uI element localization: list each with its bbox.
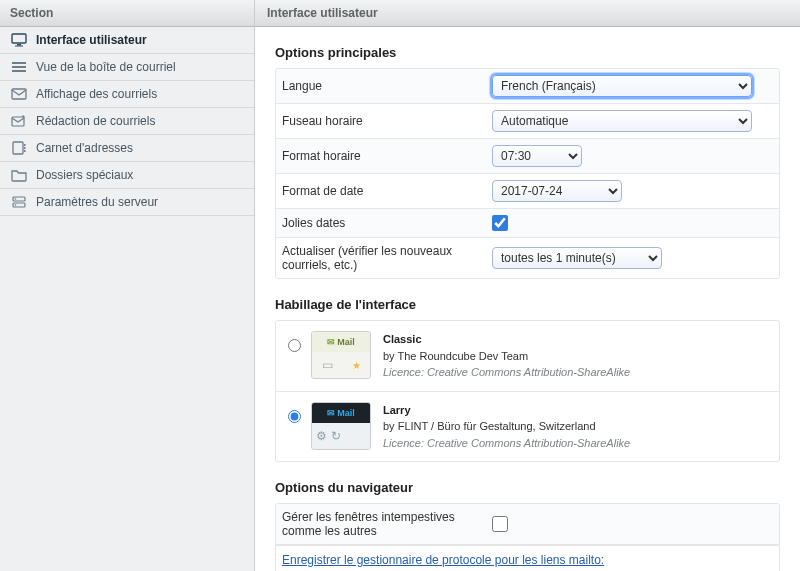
- link-register-mailto[interactable]: Enregistrer le gestionnaire de protocole…: [282, 553, 604, 567]
- app-root: Section Interface utilisateur Vue de la …: [0, 0, 800, 571]
- sidebar-item-folders[interactable]: Dossiers spéciaux: [0, 162, 254, 189]
- group-principal: Langue French (Français) Fuseau horaire …: [275, 68, 780, 279]
- field-popup: Gérer les fenêtres intempestives comme l…: [276, 504, 779, 545]
- sidebar-item-compose[interactable]: Rédaction de courriels: [0, 108, 254, 135]
- svg-rect-6: [12, 89, 26, 99]
- sidebar: Section Interface utilisateur Vue de la …: [0, 0, 255, 571]
- skin-thumb-classic: ✉Mail ▭★: [311, 331, 371, 379]
- sidebar-title: Section: [0, 0, 254, 27]
- svg-rect-1: [17, 44, 21, 46]
- sidebar-item-addressbook[interactable]: Carnet d'adresses: [0, 135, 254, 162]
- label-dateformat: Format de date: [282, 184, 492, 198]
- svg-rect-11: [24, 150, 26, 152]
- select-language[interactable]: French (Français): [492, 75, 752, 97]
- group-browser: Gérer les fenêtres intempestives comme l…: [275, 503, 780, 571]
- skin-author: by The Roundcube Dev Team: [383, 348, 630, 365]
- svg-rect-8: [13, 142, 23, 154]
- svg-rect-2: [15, 46, 23, 47]
- svg-rect-0: [12, 34, 26, 43]
- sidebar-item-label: Vue de la boîte de courriel: [36, 60, 176, 74]
- sidebar-list: Interface utilisateur Vue de la boîte de…: [0, 27, 254, 216]
- select-dateformat[interactable]: 2017-07-24: [492, 180, 622, 202]
- svg-rect-4: [12, 66, 26, 68]
- skin-meta: Larry by FLINT / Büro für Gestaltung, Sw…: [383, 402, 630, 452]
- sidebar-item-label: Dossiers spéciaux: [36, 168, 133, 182]
- label-refresh: Actualiser (vérifier les nouveaux courri…: [282, 244, 492, 272]
- radio-skin-classic[interactable]: [288, 339, 301, 352]
- envelope-icon: ✉: [327, 408, 335, 418]
- main-title: Interface utilisateur: [255, 0, 800, 27]
- server-icon: [10, 195, 28, 209]
- skin-name: Classic: [383, 331, 630, 348]
- envelope-icon: ✉: [327, 337, 335, 347]
- field-language: Langue French (Français): [276, 69, 779, 104]
- field-dateformat: Format de date 2017-07-24: [276, 174, 779, 209]
- svg-point-15: [15, 204, 17, 206]
- select-timeformat[interactable]: 07:30: [492, 145, 582, 167]
- refresh-icon: ↻: [331, 429, 341, 443]
- star-icon: ★: [352, 360, 361, 371]
- sidebar-item-label: Paramètres du serveur: [36, 195, 158, 209]
- list-icon: [10, 60, 28, 74]
- sidebar-item-mail-display[interactable]: Affichage des courriels: [0, 81, 254, 108]
- label-timezone: Fuseau horaire: [282, 114, 492, 128]
- folder-icon: [10, 168, 28, 182]
- svg-rect-10: [24, 147, 26, 149]
- svg-point-14: [15, 198, 17, 200]
- sidebar-item-interface[interactable]: Interface utilisateur: [0, 27, 254, 54]
- checkbox-prettydates[interactable]: [492, 215, 508, 231]
- sidebar-item-mailbox-view[interactable]: Vue de la boîte de courriel: [0, 54, 254, 81]
- skin-meta: Classic by The Roundcube Dev Team Licenc…: [383, 331, 630, 381]
- mail-compose-icon: [10, 114, 28, 128]
- skin-license: Licence: Creative Commons Attribution-Sh…: [383, 364, 630, 381]
- svg-rect-9: [24, 144, 26, 146]
- field-prettydates: Jolies dates: [276, 209, 779, 238]
- label-language: Langue: [282, 79, 492, 93]
- field-timezone: Fuseau horaire Automatique: [276, 104, 779, 139]
- sidebar-item-label: Affichage des courriels: [36, 87, 157, 101]
- section-title-skin: Habillage de l'interface: [275, 297, 780, 312]
- gear-icon: ⚙: [316, 429, 327, 443]
- sidebar-item-label: Interface utilisateur: [36, 33, 147, 47]
- book-icon: [10, 141, 28, 155]
- content-scroll[interactable]: Options principales Langue French (Franç…: [255, 27, 800, 571]
- row-mailto: Enregistrer le gestionnaire de protocole…: [276, 545, 779, 571]
- skin-item-classic[interactable]: ✉Mail ▭★ Classic by The Roundcube Dev Te…: [276, 321, 779, 392]
- label-prettydates: Jolies dates: [282, 216, 492, 230]
- skin-author: by FLINT / Büro für Gestaltung, Switzerl…: [383, 418, 630, 435]
- field-refresh: Actualiser (vérifier les nouveaux courri…: [276, 238, 779, 278]
- section-title-principal: Options principales: [275, 45, 780, 60]
- select-timezone[interactable]: Automatique: [492, 110, 752, 132]
- svg-rect-3: [12, 62, 26, 64]
- svg-rect-5: [12, 70, 26, 72]
- skin-license: Licence: Creative Commons Attribution-Sh…: [383, 435, 630, 452]
- select-refresh[interactable]: toutes les 1 minute(s): [492, 247, 662, 269]
- mail-icon: [10, 87, 28, 101]
- skin-thumb-larry: ✉Mail ⚙↻: [311, 402, 371, 450]
- checkbox-popup[interactable]: [492, 516, 508, 532]
- sidebar-item-label: Carnet d'adresses: [36, 141, 133, 155]
- sidebar-item-server[interactable]: Paramètres du serveur: [0, 189, 254, 216]
- monitor-icon: [10, 33, 28, 47]
- sidebar-item-label: Rédaction de courriels: [36, 114, 155, 128]
- main-panel: Interface utilisateur Options principale…: [255, 0, 800, 571]
- skin-name: Larry: [383, 402, 630, 419]
- skin-item-larry[interactable]: ✉Mail ⚙↻ Larry by FLINT / Büro für Gesta…: [276, 392, 779, 462]
- radio-skin-larry[interactable]: [288, 410, 301, 423]
- field-timeformat: Format horaire 07:30: [276, 139, 779, 174]
- label-popup: Gérer les fenêtres intempestives comme l…: [282, 510, 492, 538]
- window-icon: ▭: [322, 358, 333, 372]
- section-title-browser: Options du navigateur: [275, 480, 780, 495]
- group-skins: ✉Mail ▭★ Classic by The Roundcube Dev Te…: [275, 320, 780, 462]
- label-timeformat: Format horaire: [282, 149, 492, 163]
